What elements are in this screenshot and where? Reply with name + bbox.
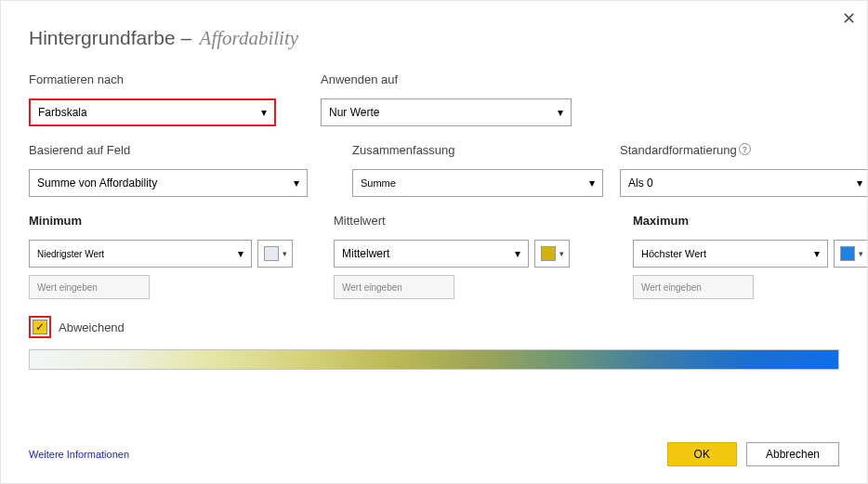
apply-to-label: Anwenden auf (321, 72, 572, 91)
color-swatch-icon (840, 246, 855, 261)
diverging-label: Abweichend (59, 320, 125, 334)
cancel-button[interactable]: Abbrechen (746, 442, 839, 466)
chevron-down-icon: ▾ (814, 247, 820, 260)
more-info-link[interactable]: Weitere Informationen (29, 449, 129, 460)
chevron-down-icon: ▾ (261, 106, 267, 119)
maximum-label: Maximum (633, 214, 868, 232)
diverging-checkbox[interactable]: ✓ (33, 320, 47, 334)
format-by-value: Farbskala (38, 106, 87, 119)
chevron-down-icon: ▾ (558, 106, 563, 119)
minimum-label: Minimum (29, 214, 304, 232)
middle-value: Mittelwert (342, 247, 389, 260)
ok-button[interactable]: OK (667, 442, 737, 466)
chevron-down-icon: ▾ (859, 249, 863, 258)
summary-value: Summe (361, 177, 396, 189)
close-icon[interactable]: ✕ (842, 8, 856, 29)
maximum-color-picker[interactable]: ▾ (834, 240, 868, 268)
format-by-select[interactable]: Farbskala ▾ (29, 98, 276, 126)
dialog-body: Hintergrundfarbe – Affordability Formati… (1, 1, 867, 420)
middle-input[interactable]: Wert eingeben (334, 275, 454, 299)
chevron-down-icon: ▾ (238, 247, 243, 260)
apply-to-value: Nur Werte (329, 106, 379, 119)
summary-select[interactable]: Summe ▾ (352, 169, 603, 197)
minimum-color-picker[interactable]: ▾ (257, 240, 293, 268)
dialog-title: Hintergrundfarbe – Affordability (29, 27, 839, 50)
minimum-input[interactable]: Wert eingeben (29, 275, 150, 299)
gradient-preview (29, 349, 839, 370)
default-fmt-value: Als 0 (628, 177, 653, 190)
summary-label: Zusammenfassung (352, 143, 603, 162)
middle-select[interactable]: Mittelwert ▾ (334, 240, 529, 268)
maximum-select[interactable]: Höchster Wert ▾ (633, 240, 828, 268)
default-fmt-label: Standardformatierung? (620, 143, 868, 162)
chevron-down-icon: ▾ (857, 177, 862, 190)
minimum-value: Niedrigster Wert (37, 249, 104, 259)
default-fmt-select[interactable]: Als 0 ▾ (620, 169, 868, 197)
color-swatch-icon (541, 246, 556, 261)
color-swatch-icon (264, 246, 279, 261)
minimum-select[interactable]: Niedrigster Wert ▾ (29, 240, 252, 268)
chevron-down-icon: ▾ (283, 249, 287, 258)
chevron-down-icon: ▾ (294, 177, 299, 190)
maximum-value: Höchster Wert (641, 248, 706, 259)
based-on-select[interactable]: Summe von Affordability ▾ (29, 169, 308, 197)
format-by-label: Formatieren nach (29, 72, 276, 91)
chevron-down-icon: ▾ (515, 247, 520, 260)
chevron-down-icon: ▾ (589, 177, 595, 190)
title-main: Hintergrundfarbe – (29, 27, 191, 48)
maximum-input[interactable]: Wert eingeben (633, 275, 754, 299)
diverging-highlight: ✓ (29, 316, 51, 338)
apply-to-select[interactable]: Nur Werte ▾ (321, 98, 572, 126)
chevron-down-icon: ▾ (559, 249, 564, 258)
title-sub: Affordability (200, 27, 299, 49)
middle-label: Mittelwert (334, 214, 609, 232)
based-on-value: Summe von Affordability (37, 177, 157, 190)
help-icon[interactable]: ? (739, 143, 751, 155)
based-on-label: Basierend auf Feld (29, 143, 276, 162)
middle-color-picker[interactable]: ▾ (534, 240, 570, 268)
